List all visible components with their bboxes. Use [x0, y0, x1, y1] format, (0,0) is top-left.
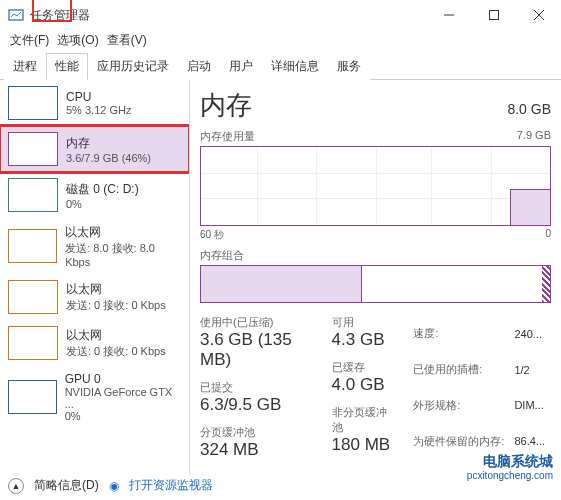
menu-options[interactable]: 选项(O) — [53, 30, 102, 52]
tabs: 进程 性能 应用历史记录 启动 用户 详细信息 服务 — [0, 52, 561, 80]
sub: 发送: 0 接收: 0 Kbps — [66, 298, 166, 313]
sidebar-item-gpu[interactable]: GPU 0NVIDIA GeForce GTX ... 0% — [0, 366, 189, 428]
detail-panel: 内存 8.0 GB 内存使用量7.9 GB 60 秒0 内存组合 使用中(已压缩… — [190, 80, 561, 475]
sidebar-item-ethernet-1[interactable]: 以太网发送: 8.0 接收: 8.0 Kbps — [0, 218, 189, 274]
memory-composition-chart — [200, 265, 551, 303]
sub: 5% 3.12 GHz — [66, 104, 131, 116]
maximize-button[interactable] — [471, 0, 516, 30]
chevron-up-icon[interactable]: ▲ — [8, 478, 24, 494]
detail-capacity: 8.0 GB — [507, 101, 551, 117]
usage-chart-max: 7.9 GB — [517, 129, 551, 144]
app-icon — [8, 7, 24, 23]
usage-chart-label: 内存使用量 — [200, 129, 255, 144]
watermark: 电脑系统城 pcxitongcheng.com — [467, 453, 553, 482]
composition-label: 内存组合 — [200, 248, 244, 263]
sub: 0% — [66, 198, 139, 210]
stat-available: 可用4.3 GB — [332, 315, 392, 350]
sidebar: CPU5% 3.12 GHz 内存3.6/7.9 GB (46%) 磁盘 0 (… — [0, 80, 190, 475]
label: CPU — [66, 90, 131, 104]
sidebar-item-disk[interactable]: 磁盘 0 (C: D:)0% — [0, 172, 189, 218]
tab-app-history[interactable]: 应用历史记录 — [88, 53, 178, 80]
tab-startup[interactable]: 启动 — [178, 53, 220, 80]
menubar: 文件(F) 选项(O) 查看(V) — [0, 30, 561, 52]
label: 磁盘 0 (C: D:) — [66, 181, 139, 198]
label: 内存 — [66, 135, 151, 152]
window-title: 任务管理器 — [30, 7, 426, 24]
detail-title: 内存 — [200, 88, 252, 123]
net-thumb — [8, 280, 58, 314]
disk-thumb — [8, 178, 58, 212]
sub: 发送: 0 接收: 0 Kbps — [66, 344, 166, 359]
stat-committed: 已提交6.3/9.5 GB — [200, 380, 316, 415]
memory-usage-chart — [200, 146, 551, 226]
label: GPU 0 — [65, 372, 181, 386]
stat-in-use: 使用中(已压缩)3.6 GB (135 MB) — [200, 315, 316, 370]
net-thumb — [8, 229, 57, 263]
menu-file[interactable]: 文件(F) — [6, 30, 53, 52]
gpu-thumb — [8, 380, 57, 414]
label: 以太网 — [66, 327, 166, 344]
tab-processes[interactable]: 进程 — [4, 53, 46, 80]
sub: NVIDIA GeForce GTX ... 0% — [65, 386, 181, 422]
fewer-details-link[interactable]: 简略信息(D) — [34, 477, 99, 494]
axis-left: 60 秒 — [200, 228, 224, 242]
net-thumb — [8, 326, 58, 360]
stat-paged: 分页缓冲池324 MB — [200, 425, 316, 460]
sidebar-item-ethernet-3[interactable]: 以太网发送: 0 接收: 0 Kbps — [0, 320, 189, 366]
titlebar: 任务管理器 — [0, 0, 561, 30]
sidebar-item-memory[interactable]: 内存3.6/7.9 GB (46%) — [0, 126, 189, 172]
tab-services[interactable]: 服务 — [328, 53, 370, 80]
open-resource-monitor-link[interactable]: 打开资源监视器 — [129, 477, 213, 494]
axis-right: 0 — [545, 228, 551, 242]
stat-cached: 已缓存4.0 GB — [332, 360, 392, 395]
label: 以太网 — [66, 281, 166, 298]
menu-view[interactable]: 查看(V) — [103, 30, 151, 52]
tab-details[interactable]: 详细信息 — [262, 53, 328, 80]
sub: 3.6/7.9 GB (46%) — [66, 152, 151, 164]
sub: 发送: 8.0 接收: 8.0 Kbps — [65, 241, 181, 268]
tab-performance[interactable]: 性能 — [46, 53, 88, 80]
cpu-thumb — [8, 86, 58, 120]
resource-monitor-icon: ◉ — [109, 479, 119, 493]
svg-rect-2 — [489, 11, 498, 20]
footer: ▲ 简略信息(D) ◉ 打开资源监视器 — [8, 477, 213, 494]
close-button[interactable] — [516, 0, 561, 30]
label: 以太网 — [65, 224, 181, 241]
memory-thumb — [8, 132, 58, 166]
minimize-button[interactable] — [426, 0, 471, 30]
tab-users[interactable]: 用户 — [220, 53, 262, 80]
stat-nonpaged: 非分页缓冲池180 MB — [332, 405, 392, 455]
spec-table: 速度:240... 已使用的插槽:1/2 外形规格:DIM... 为硬件保留的内… — [407, 315, 551, 460]
sidebar-item-cpu[interactable]: CPU5% 3.12 GHz — [0, 80, 189, 126]
sidebar-item-ethernet-2[interactable]: 以太网发送: 0 接收: 0 Kbps — [0, 274, 189, 320]
